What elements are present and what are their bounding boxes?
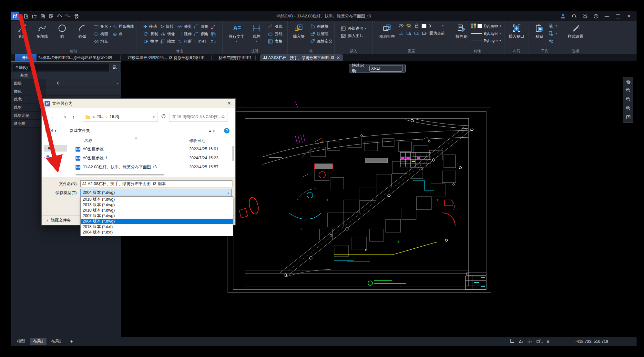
hide-folders-toggle[interactable]: 隐藏文件夹	[51, 218, 71, 223]
print-button[interactable]	[72, 12, 80, 20]
trim-tool[interactable]: 修剪	[177, 23, 192, 30]
spline-tool[interactable]: ∿样条曲线	[113, 23, 134, 30]
layer-dropdown-caret[interactable]: ▾	[442, 25, 444, 27]
scale-tool[interactable]: 缩放	[160, 38, 175, 45]
filetype-option[interactable]: 2004 版本 (*.dxf)	[81, 230, 233, 235]
table-tool[interactable]: 表格	[268, 38, 282, 45]
osnap-icon[interactable]: ▾	[536, 338, 543, 345]
account-icon[interactable]	[560, 13, 566, 19]
attribute-define-tool[interactable]: 属性定义	[310, 38, 332, 45]
layer-visible-icon[interactable]	[398, 23, 404, 29]
line-tool[interactable]: 直线	[13, 23, 31, 45]
close-button[interactable]: ×	[626, 13, 632, 19]
style-settings-tool[interactable]: 样式设置	[566, 23, 586, 39]
breadcrumb-caret-icon[interactable]: ∨	[153, 115, 155, 119]
move-tool[interactable]: ✚移动	[143, 23, 158, 30]
tab-doc-4-active[interactable]: JJ-A2.08栏杆、扶手、绿篱分布平面图_t3✕	[260, 54, 343, 61]
folder-tool[interactable]	[210, 38, 216, 45]
prop-layer-value[interactable]: 0▾	[46, 79, 121, 87]
leader-tool[interactable]: A 引线	[268, 23, 282, 30]
search-box[interactable]	[169, 112, 228, 122]
tree-item-this-pc[interactable]: ›	[44, 145, 67, 152]
undo-button[interactable]: ↶▾	[55, 12, 64, 20]
stretch-tool[interactable]: 拉伸	[143, 38, 158, 45]
copy-tool[interactable]: 复制	[143, 31, 158, 37]
linetype-control[interactable]: ByLayer▾	[471, 37, 501, 44]
minimize-button[interactable]: —	[604, 13, 610, 19]
mirror-tool[interactable]: 镜像	[160, 31, 175, 37]
tab-start[interactable]: 开始	[15, 54, 36, 61]
layer-manager-tool[interactable]: 图层管理	[378, 23, 396, 39]
current-layer-name[interactable]: 0	[429, 24, 431, 28]
tab-doc-2[interactable]: 7#楼基坑开挖图2025..._t3-待原坐标复制柱图	[124, 54, 208, 61]
file-row-1[interactable]: CADA0图框参照	[76, 146, 104, 152]
model-tab[interactable]: 模型	[14, 338, 28, 345]
breadcrumb-part2[interactable]: 16.鸿...	[109, 114, 122, 120]
filename-input[interactable]	[80, 180, 232, 187]
dialog-close-icon[interactable]: ✕	[226, 101, 232, 106]
cut-clip-tool[interactable]: ▾	[548, 30, 557, 37]
filetype-option-selected[interactable]: 2004 版本 (*.dwg)	[81, 219, 233, 224]
hatch-tool[interactable]: 填充	[93, 38, 111, 45]
ortho-toggle-icon[interactable]	[509, 338, 515, 345]
filetype-option[interactable]: 2018 版本 (*.dwg)	[81, 197, 233, 202]
tab-doc-3[interactable]: 标准层照明平面图1	[215, 54, 255, 61]
tab-close-icon[interactable]: ✕	[337, 55, 340, 60]
back-icon[interactable]: ←	[51, 114, 56, 120]
support-headset-icon[interactable]	[571, 13, 577, 19]
settings-gear-icon[interactable]	[582, 13, 588, 19]
copy-nested-tool[interactable]	[210, 31, 216, 37]
layer-unlock-icon[interactable]	[414, 23, 419, 29]
tab-doc-1[interactable]: 7#楼基坑开挖图20...原坐标粘贴坐标定位图	[35, 54, 115, 61]
maximize-button[interactable]	[615, 13, 621, 19]
text-circle-tool[interactable]: A	[548, 37, 557, 44]
set-current-label[interactable]: 置为当前	[429, 31, 445, 36]
insert-image-tool[interactable]: 插入图片	[341, 33, 366, 39]
open-file-button[interactable]	[30, 12, 38, 20]
layout1-tab[interactable]: 布局1	[30, 338, 46, 345]
ellipse-tool[interactable]: 椭圆	[93, 31, 111, 37]
insert-block-tool[interactable]: 插入块	[290, 23, 308, 45]
grid-snap-icon[interactable]: ⠿▾	[527, 339, 532, 344]
up-icon[interactable]: ↑	[72, 114, 75, 120]
extend-tool[interactable]: 延伸	[177, 31, 192, 37]
match-properties-tool[interactable]: 特性刷	[454, 23, 469, 44]
point-tool[interactable]: ⊕点	[113, 31, 134, 37]
filetype-option[interactable]: 2013 版本 (*.dwg)	[81, 202, 233, 208]
paste-tool[interactable]: 粘贴	[532, 23, 547, 44]
vertical-scrollbar[interactable]	[232, 146, 234, 161]
refresh-icon[interactable]	[161, 114, 166, 120]
filetype-option[interactable]: 2007 版本 (*.dwg)	[81, 213, 233, 219]
linear-dim-tool[interactable]: 线性▾	[248, 23, 266, 45]
mtext-tool[interactable]: A 多行文字▾	[228, 23, 246, 45]
new-folder-button[interactable]: 新建文件夹	[70, 128, 90, 134]
file-row-2[interactable]: CADA0图框参照-1	[76, 155, 107, 161]
organize-menu[interactable]: 组织 ▼	[45, 128, 57, 134]
help-icon[interactable]: ?	[593, 13, 599, 19]
dialog-help-icon[interactable]: ?	[224, 128, 230, 134]
xref-tool[interactable]: 外部参照▾	[341, 25, 366, 32]
create-block-tool[interactable]: 创建块	[310, 23, 332, 30]
history-caret-icon[interactable]: ∨	[64, 115, 66, 119]
file-row-3[interactable]: CADJJ-A2.08栏杆、扶手、绿篱分布平面图_t3	[76, 164, 157, 170]
block-manager-tool[interactable]: 块管理	[310, 31, 332, 37]
rotate-tool[interactable]: ↻旋转	[160, 23, 175, 30]
view-options-icon[interactable]: ≡ ▼	[209, 128, 215, 133]
column-header-name[interactable]: 名称	[84, 138, 92, 144]
layer-lock-icon[interactable]	[414, 30, 419, 37]
layer-color-swatch[interactable]	[422, 24, 426, 28]
save-button[interactable]	[38, 12, 47, 20]
break-tool[interactable]: 打断	[177, 38, 192, 45]
circle-tool[interactable]: 圆	[53, 23, 71, 45]
layout2-tab[interactable]: 布局2	[48, 338, 65, 345]
filetype-combobox[interactable]: 2004 版本 (*.dwg)∨	[80, 189, 232, 196]
quick-select-button[interactable]	[109, 63, 120, 72]
filetype-option[interactable]: 2010 版本 (*.dwg)	[81, 208, 233, 213]
selection-filter-dropdown[interactable]: 全部(0)▾	[13, 64, 114, 71]
layer-freeze-icon[interactable]	[406, 30, 412, 37]
search-input[interactable]	[171, 114, 221, 119]
save-as-button[interactable]	[47, 12, 55, 20]
redo-button[interactable]: ↷▾	[64, 12, 72, 20]
horizontal-scrollbar[interactable]	[76, 174, 164, 175]
add-layout-button[interactable]: ＋	[66, 337, 77, 345]
